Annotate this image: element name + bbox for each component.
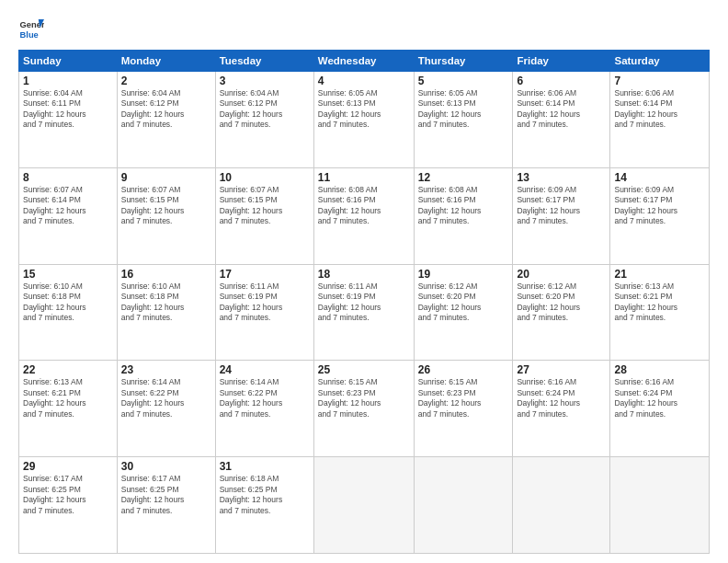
calendar-cell: 31Sunrise: 6:18 AM Sunset: 6:25 PM Dayli… — [215, 457, 313, 554]
day-info: Sunrise: 6:12 AM Sunset: 6:20 PM Dayligh… — [418, 282, 509, 324]
calendar-week-2: 8Sunrise: 6:07 AM Sunset: 6:14 PM Daylig… — [19, 167, 710, 264]
page: General Blue SundayMondayTuesdayWednesda… — [0, 0, 728, 563]
day-info: Sunrise: 6:08 AM Sunset: 6:16 PM Dayligh… — [418, 185, 509, 227]
day-number: 16 — [121, 268, 211, 281]
calendar-cell: 16Sunrise: 6:10 AM Sunset: 6:18 PM Dayli… — [117, 264, 215, 361]
day-info: Sunrise: 6:09 AM Sunset: 6:17 PM Dayligh… — [614, 185, 705, 227]
calendar-cell: 26Sunrise: 6:15 AM Sunset: 6:23 PM Dayli… — [414, 361, 513, 457]
calendar-cell: 21Sunrise: 6:13 AM Sunset: 6:21 PM Dayli… — [610, 264, 710, 361]
day-number: 9 — [121, 171, 211, 184]
day-info: Sunrise: 6:04 AM Sunset: 6:11 PM Dayligh… — [23, 88, 113, 131]
day-info: Sunrise: 6:09 AM Sunset: 6:17 PM Dayligh… — [517, 185, 606, 227]
calendar-body: 1Sunrise: 6:04 AM Sunset: 6:11 PM Daylig… — [19, 72, 710, 554]
calendar-cell: 24Sunrise: 6:14 AM Sunset: 6:22 PM Dayli… — [215, 361, 313, 457]
day-info: Sunrise: 6:07 AM Sunset: 6:14 PM Dayligh… — [23, 185, 113, 227]
day-number: 1 — [23, 75, 113, 87]
day-number: 22 — [23, 363, 113, 376]
calendar-cell: 15Sunrise: 6:10 AM Sunset: 6:18 PM Dayli… — [19, 264, 118, 361]
calendar-cell — [610, 457, 710, 554]
day-number: 12 — [418, 171, 509, 184]
day-info: Sunrise: 6:11 AM Sunset: 6:19 PM Dayligh… — [220, 282, 310, 324]
day-info: Sunrise: 6:17 AM Sunset: 6:25 PM Dayligh… — [23, 474, 113, 516]
day-number: 31 — [220, 460, 310, 473]
calendar-cell: 1Sunrise: 6:04 AM Sunset: 6:11 PM Daylig… — [19, 72, 118, 168]
day-number: 28 — [614, 363, 705, 376]
day-number: 25 — [318, 363, 410, 376]
calendar-week-5: 29Sunrise: 6:17 AM Sunset: 6:25 PM Dayli… — [19, 457, 710, 554]
day-info: Sunrise: 6:14 AM Sunset: 6:22 PM Dayligh… — [220, 377, 310, 419]
day-number: 13 — [517, 171, 606, 184]
calendar-cell: 23Sunrise: 6:14 AM Sunset: 6:22 PM Dayli… — [117, 361, 215, 457]
calendar-cell: 28Sunrise: 6:16 AM Sunset: 6:24 PM Dayli… — [610, 361, 710, 457]
calendar-week-1: 1Sunrise: 6:04 AM Sunset: 6:11 PM Daylig… — [19, 72, 710, 168]
calendar-cell: 20Sunrise: 6:12 AM Sunset: 6:20 PM Dayli… — [513, 264, 610, 361]
day-number: 19 — [418, 268, 509, 281]
day-info: Sunrise: 6:16 AM Sunset: 6:24 PM Dayligh… — [517, 377, 606, 419]
day-number: 14 — [614, 171, 705, 184]
day-info: Sunrise: 6:15 AM Sunset: 6:23 PM Dayligh… — [418, 377, 509, 419]
day-number: 18 — [318, 268, 410, 281]
day-number: 15 — [23, 268, 113, 281]
weekday-header-monday: Monday — [117, 51, 215, 72]
calendar-cell — [414, 457, 513, 554]
day-number: 3 — [220, 75, 310, 87]
day-info: Sunrise: 6:07 AM Sunset: 6:15 PM Dayligh… — [121, 185, 211, 227]
day-info: Sunrise: 6:06 AM Sunset: 6:14 PM Dayligh… — [517, 88, 606, 131]
calendar-cell: 14Sunrise: 6:09 AM Sunset: 6:17 PM Dayli… — [610, 167, 710, 264]
day-info: Sunrise: 6:04 AM Sunset: 6:12 PM Dayligh… — [121, 88, 211, 131]
day-info: Sunrise: 6:12 AM Sunset: 6:20 PM Dayligh… — [517, 282, 606, 324]
day-info: Sunrise: 6:11 AM Sunset: 6:19 PM Dayligh… — [318, 282, 410, 324]
calendar-week-3: 15Sunrise: 6:10 AM Sunset: 6:18 PM Dayli… — [19, 264, 710, 361]
calendar-cell: 3Sunrise: 6:04 AM Sunset: 6:12 PM Daylig… — [215, 72, 313, 168]
day-info: Sunrise: 6:13 AM Sunset: 6:21 PM Dayligh… — [23, 377, 113, 419]
day-number: 10 — [220, 171, 310, 184]
calendar-cell: 7Sunrise: 6:06 AM Sunset: 6:14 PM Daylig… — [610, 72, 710, 168]
day-number: 23 — [121, 363, 211, 376]
calendar-cell: 18Sunrise: 6:11 AM Sunset: 6:19 PM Dayli… — [313, 264, 414, 361]
weekday-header-wednesday: Wednesday — [313, 51, 414, 72]
calendar-cell: 30Sunrise: 6:17 AM Sunset: 6:25 PM Dayli… — [117, 457, 215, 554]
day-info: Sunrise: 6:18 AM Sunset: 6:25 PM Dayligh… — [220, 474, 310, 516]
calendar-cell — [513, 457, 610, 554]
calendar-cell: 6Sunrise: 6:06 AM Sunset: 6:14 PM Daylig… — [513, 72, 610, 168]
day-number: 29 — [23, 460, 113, 473]
day-number: 27 — [517, 363, 606, 376]
day-number: 6 — [517, 75, 606, 87]
header: General Blue — [18, 17, 710, 42]
day-info: Sunrise: 6:10 AM Sunset: 6:18 PM Dayligh… — [121, 282, 211, 324]
calendar-cell: 29Sunrise: 6:17 AM Sunset: 6:25 PM Dayli… — [19, 457, 118, 554]
logo-icon: General Blue — [18, 17, 44, 42]
day-info: Sunrise: 6:17 AM Sunset: 6:25 PM Dayligh… — [121, 474, 211, 516]
day-number: 26 — [418, 363, 509, 376]
day-number: 17 — [220, 268, 310, 281]
calendar-cell: 17Sunrise: 6:11 AM Sunset: 6:19 PM Dayli… — [215, 264, 313, 361]
calendar-cell: 27Sunrise: 6:16 AM Sunset: 6:24 PM Dayli… — [513, 361, 610, 457]
day-number: 5 — [418, 75, 509, 87]
weekday-header-row: SundayMondayTuesdayWednesdayThursdayFrid… — [19, 51, 710, 72]
calendar-cell: 8Sunrise: 6:07 AM Sunset: 6:14 PM Daylig… — [19, 167, 118, 264]
day-info: Sunrise: 6:05 AM Sunset: 6:13 PM Dayligh… — [418, 88, 509, 131]
day-number: 11 — [318, 171, 410, 184]
day-number: 21 — [614, 268, 705, 281]
calendar-cell: 5Sunrise: 6:05 AM Sunset: 6:13 PM Daylig… — [414, 72, 513, 168]
weekday-header-sunday: Sunday — [19, 51, 118, 72]
day-info: Sunrise: 6:08 AM Sunset: 6:16 PM Dayligh… — [318, 185, 410, 227]
day-info: Sunrise: 6:07 AM Sunset: 6:15 PM Dayligh… — [220, 185, 310, 227]
calendar-cell — [313, 457, 414, 554]
calendar-cell: 2Sunrise: 6:04 AM Sunset: 6:12 PM Daylig… — [117, 72, 215, 168]
calendar-cell: 9Sunrise: 6:07 AM Sunset: 6:15 PM Daylig… — [117, 167, 215, 264]
day-info: Sunrise: 6:16 AM Sunset: 6:24 PM Dayligh… — [614, 377, 705, 419]
day-number: 20 — [517, 268, 606, 281]
calendar-cell: 4Sunrise: 6:05 AM Sunset: 6:13 PM Daylig… — [313, 72, 414, 168]
calendar-week-4: 22Sunrise: 6:13 AM Sunset: 6:21 PM Dayli… — [19, 361, 710, 457]
weekday-header-friday: Friday — [513, 51, 610, 72]
day-info: Sunrise: 6:06 AM Sunset: 6:14 PM Dayligh… — [614, 88, 705, 131]
calendar: SundayMondayTuesdayWednesdayThursdayFrid… — [18, 50, 710, 554]
day-number: 24 — [220, 363, 310, 376]
calendar-cell: 25Sunrise: 6:15 AM Sunset: 6:23 PM Dayli… — [313, 361, 414, 457]
logo: General Blue — [18, 17, 46, 42]
day-info: Sunrise: 6:05 AM Sunset: 6:13 PM Dayligh… — [318, 88, 410, 131]
calendar-cell: 22Sunrise: 6:13 AM Sunset: 6:21 PM Dayli… — [19, 361, 118, 457]
day-number: 2 — [121, 75, 211, 87]
day-number: 30 — [121, 460, 211, 473]
